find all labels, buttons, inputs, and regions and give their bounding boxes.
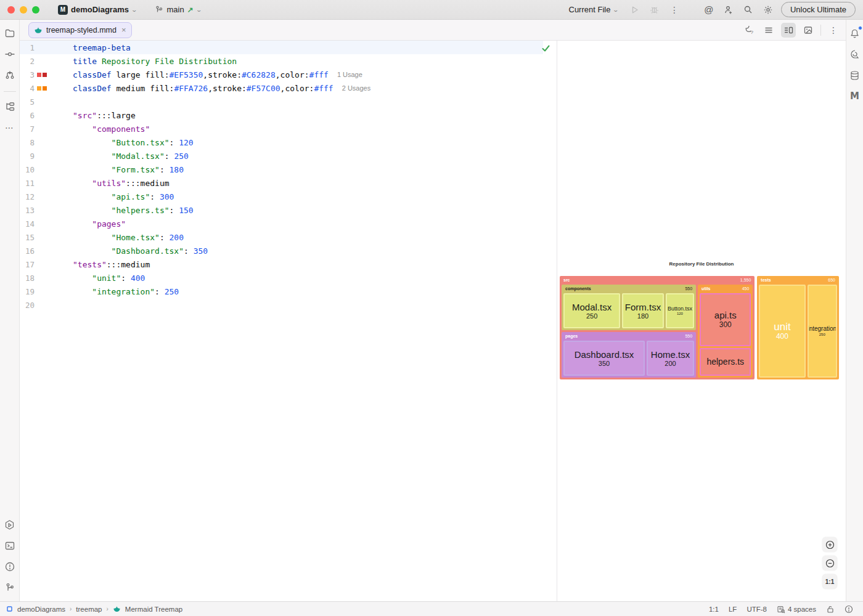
line-number[interactable]: 7: [20, 124, 35, 134]
code-editor[interactable]: 1treemap-beta2title Repository File Dist…: [20, 41, 557, 601]
line-number[interactable]: 1: [20, 43, 35, 52]
treemap-leaf-helpers-ts: helpers.ts: [700, 348, 751, 376]
color-swatch[interactable]: [37, 86, 41, 91]
breadcrumb-project[interactable]: demoDiagrams: [17, 606, 65, 613]
structure-toolwindow-button[interactable]: [2, 99, 17, 114]
line-number[interactable]: 19: [20, 287, 35, 296]
line-number[interactable]: 2: [20, 57, 35, 66]
chevron-down-icon: ⌄: [131, 7, 137, 13]
debug-button[interactable]: [648, 3, 661, 17]
run-button[interactable]: [628, 3, 642, 17]
code-line-2[interactable]: 2title Repository File Distribution: [20, 54, 543, 68]
commit-toolwindow-button[interactable]: [2, 47, 17, 62]
error-indicator-icon[interactable]: [845, 605, 853, 614]
terminal-toolwindow-button[interactable]: [2, 538, 17, 553]
ai-assistant-icon[interactable]: @: [702, 3, 716, 17]
mermaid-toolwindow-button[interactable]: M: [848, 89, 862, 103]
problems-toolwindow-button[interactable]: [2, 559, 17, 574]
code-line-5[interactable]: 5: [20, 95, 543, 108]
color-swatch[interactable]: [43, 73, 47, 77]
vcs-graph-toolwindow-button[interactable]: [2, 68, 17, 83]
code-line-9[interactable]: 9 "Modal.tsx": 250: [20, 149, 543, 163]
line-ending-widget[interactable]: LF: [729, 606, 737, 613]
settings-gear-icon[interactable]: [761, 3, 775, 17]
zoom-reset-button[interactable]: 1:1: [822, 574, 837, 589]
line-number[interactable]: 16: [20, 246, 35, 256]
line-number[interactable]: 15: [20, 233, 35, 242]
leaf-value: 250: [819, 333, 825, 337]
line-number[interactable]: 6: [20, 111, 35, 120]
line-number[interactable]: 11: [20, 179, 35, 188]
git-toolwindow-button[interactable]: [2, 580, 17, 595]
caret-position-widget[interactable]: 1:1: [709, 606, 719, 613]
code-with-me-button[interactable]: [722, 3, 735, 17]
mermaid-syntax-help-icon[interactable]: ?: [742, 23, 756, 38]
inspections-ok-icon[interactable]: [541, 44, 550, 53]
code-line-18[interactable]: 18 "unit": 400: [20, 271, 543, 285]
code-line-14[interactable]: 14 "pages": [20, 217, 543, 230]
code-line-19[interactable]: 19 "integration": 250: [20, 285, 543, 298]
line-number[interactable]: 10: [20, 165, 35, 174]
line-number[interactable]: 8: [20, 138, 35, 147]
close-window-button[interactable]: [7, 6, 15, 14]
editor-only-view-icon[interactable]: [761, 23, 776, 38]
module-icon: [6, 606, 13, 612]
code-line-10[interactable]: 10 "Form.tsx": 180: [20, 163, 543, 176]
minimize-window-button[interactable]: [20, 6, 27, 14]
ai-assistant-toolwindow-button[interactable]: [848, 47, 862, 62]
project-widget[interactable]: M demoDiagrams ⌄: [54, 3, 140, 17]
right-toolwindow-stripe: M: [846, 20, 863, 601]
code-line-16[interactable]: 16 "Dashboard.tsx": 350: [20, 244, 543, 257]
line-number[interactable]: 13: [20, 206, 35, 215]
zoom-out-button[interactable]: [822, 556, 837, 570]
line-number[interactable]: 5: [20, 97, 35, 107]
maximize-window-button[interactable]: [32, 6, 39, 14]
database-toolwindow-button[interactable]: [848, 68, 862, 83]
code-line-11[interactable]: 11 "utils":::medium: [20, 176, 543, 190]
line-number[interactable]: 9: [20, 152, 35, 161]
code-line-17[interactable]: 17"tests":::medium: [20, 257, 543, 271]
split-editor-preview-icon[interactable]: [781, 23, 796, 38]
preview-only-view-icon[interactable]: [801, 23, 816, 38]
unlock-ultimate-button[interactable]: Unlock Ultimate: [781, 2, 856, 17]
editor-options-kebab-icon[interactable]: ⋮: [826, 23, 841, 38]
more-run-options-button[interactable]: ⋮: [668, 3, 681, 17]
breadcrumb-node[interactable]: treemap: [76, 606, 102, 613]
close-icon[interactable]: ×: [121, 25, 126, 34]
code-line-8[interactable]: 8 "Button.tsx": 120: [20, 136, 543, 149]
line-number[interactable]: 14: [20, 219, 35, 229]
code-line-20[interactable]: 20: [20, 298, 543, 312]
project-toolwindow-button[interactable]: [2, 26, 17, 41]
line-number[interactable]: 3: [20, 70, 35, 79]
more-toolwindows-button[interactable]: ⋯: [2, 120, 17, 135]
code-line-7[interactable]: 7 "components": [20, 122, 543, 136]
vcs-branch-widget[interactable]: main ↗ ⌄: [151, 3, 205, 16]
color-swatch[interactable]: [43, 86, 47, 91]
code-line-13[interactable]: 13 "helpers.ts": 150: [20, 203, 543, 217]
services-toolwindow-button[interactable]: [2, 517, 17, 532]
line-number[interactable]: 12: [20, 192, 35, 201]
run-configuration-select[interactable]: Current File ⌄: [565, 3, 622, 16]
code-line-1[interactable]: 1treemap-beta: [20, 41, 543, 54]
tab-treemap-styled[interactable]: treemap-styled.mmd ×: [28, 22, 132, 38]
zoom-in-button[interactable]: [822, 537, 837, 552]
preview-zoom-controls: 1:1: [822, 537, 837, 589]
line-number[interactable]: 4: [20, 84, 35, 93]
lock-icon[interactable]: [826, 605, 835, 614]
notifications-bell-icon[interactable]: [848, 26, 862, 41]
color-swatch[interactable]: [37, 73, 41, 77]
code-line-3[interactable]: 3classDef large fill:#EF5350,stroke:#C62…: [20, 68, 543, 81]
indent-widget[interactable]: 4 spaces: [777, 605, 816, 614]
usage-hint[interactable]: 1 Usage: [337, 71, 362, 78]
line-number[interactable]: 18: [20, 274, 35, 283]
code-line-15[interactable]: 15 "Home.tsx": 200: [20, 230, 543, 244]
breadcrumb-leaf[interactable]: Mermaid Treemap: [125, 606, 182, 613]
code-line-4[interactable]: 4classDef medium fill:#FFA726,stroke:#F5…: [20, 81, 543, 95]
code-line-6[interactable]: 6"src":::large: [20, 108, 543, 122]
encoding-widget[interactable]: UTF-8: [746, 606, 767, 613]
code-line-12[interactable]: 12 "api.ts": 300: [20, 190, 543, 203]
line-number[interactable]: 17: [20, 260, 35, 269]
search-everywhere-button[interactable]: [742, 3, 755, 17]
usage-hint[interactable]: 2 Usages: [342, 84, 370, 92]
line-number[interactable]: 20: [20, 301, 35, 310]
